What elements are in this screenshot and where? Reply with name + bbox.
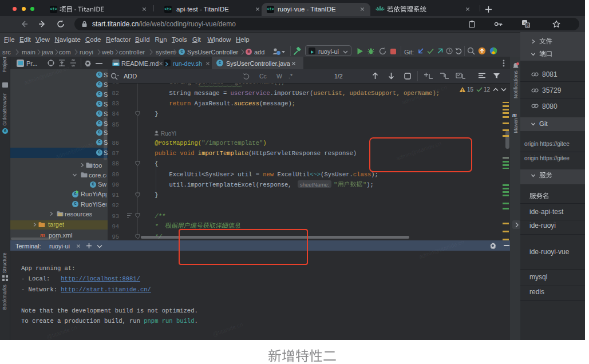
svg-text:b: b (527, 23, 529, 27)
svg-text:MD: MD (114, 62, 118, 66)
